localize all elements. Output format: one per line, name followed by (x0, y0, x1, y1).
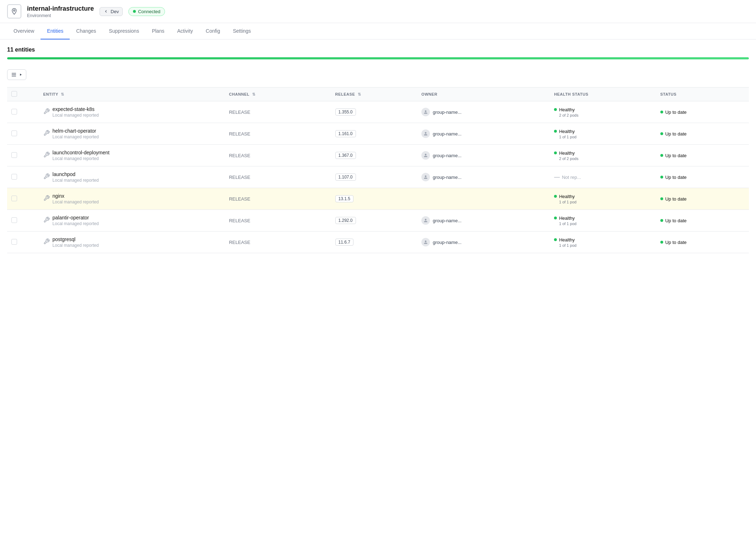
table-row[interactable]: launchpod Local managed reported RELEASE… (7, 166, 749, 188)
status-dot (660, 176, 663, 179)
row-checkbox-5[interactable] (11, 217, 17, 223)
entity-sub: Local managed reported (53, 134, 99, 139)
owner-avatar (421, 173, 430, 181)
status-cell: Up to date (656, 210, 749, 231)
tab-entities[interactable]: Entities (41, 23, 70, 39)
status-dot (660, 219, 663, 222)
progress-bar-fill (7, 57, 749, 59)
status-dot (660, 154, 663, 157)
row-checkbox-2[interactable] (11, 152, 17, 158)
health-cell: Healthy 2 of 2 pods (550, 101, 656, 123)
owner-name: group-name... (433, 175, 462, 180)
status-dot (660, 241, 663, 244)
entity-icon (43, 151, 50, 159)
owner-cell: group-name... (417, 123, 550, 145)
release-badge: 13.1.5 (335, 195, 353, 202)
entity-name[interactable]: postgresql (53, 236, 99, 242)
channel-cell: RELEASE (225, 145, 331, 166)
entity-sort-icon[interactable]: ⇅ (61, 92, 64, 96)
dev-icon (103, 9, 108, 14)
entity-name[interactable]: palantir-operator (53, 215, 99, 220)
health-cell: Healthy 1 of 1 pod (550, 123, 656, 145)
filter-button[interactable] (7, 69, 26, 80)
entity-name[interactable]: launchpod (53, 171, 99, 177)
dev-label: Dev (111, 9, 119, 14)
health-dot (554, 130, 557, 133)
row-checkbox-4[interactable] (11, 196, 17, 201)
entity-sub: Local managed reported (53, 199, 99, 204)
entity-name[interactable]: nginx (53, 193, 99, 199)
health-label: Healthy (554, 107, 652, 112)
tab-activity[interactable]: Activity (171, 23, 199, 39)
owner-avatar (421, 108, 430, 116)
status-cell: Up to date (656, 188, 749, 210)
health-sub: 2 of 2 pods (559, 156, 652, 161)
table-row[interactable]: expected-state-k8s Local managed reporte… (7, 101, 749, 123)
row-checkbox-3[interactable] (11, 174, 17, 180)
table-row[interactable]: postgresql Local managed reported RELEAS… (7, 231, 749, 253)
health-sub: 2 of 2 pods (559, 113, 652, 117)
status-label: Up to date (665, 240, 687, 245)
status-label: Up to date (665, 218, 687, 223)
env-icon (7, 4, 21, 18)
channel-cell: RELEASE (225, 166, 331, 188)
tab-changes[interactable]: Changes (70, 23, 102, 39)
owner-avatar (421, 151, 430, 160)
entity-name[interactable]: launchcontrol-deployment (53, 150, 110, 155)
filter-chevron-icon (19, 73, 22, 76)
row-checkbox-6[interactable] (11, 239, 17, 245)
release-sort-icon[interactable]: ⇅ (358, 92, 361, 96)
status-dot (660, 111, 663, 113)
env-subtitle: Environment (27, 13, 94, 18)
owner-name: group-name... (433, 110, 462, 115)
table-header-row: ENTITY ⇅ CHANNEL ⇅ RELEASE ⇅ OWNER HEALT… (7, 87, 749, 101)
health-sub: 1 of 1 pod (559, 243, 652, 247)
connected-dot (133, 10, 136, 13)
table-row[interactable]: palantir-operator Local managed reported… (7, 210, 749, 231)
table-row[interactable]: helm-chart-operator Local managed report… (7, 123, 749, 145)
entity-cell: launchpod Local managed reported (39, 166, 225, 188)
entity-cell: expected-state-k8s Local managed reporte… (39, 101, 225, 123)
col-owner-header: OWNER (417, 87, 550, 101)
entity-cell: launchcontrol-deployment Local managed r… (39, 145, 225, 166)
select-all-checkbox[interactable] (11, 91, 17, 97)
filter-icon (11, 72, 17, 78)
col-entity-header: ENTITY ⇅ (39, 87, 225, 101)
owner-name: group-name... (433, 240, 462, 245)
entity-icon (43, 238, 50, 246)
table-row[interactable]: nginx Local managed reported RELEASE13.1… (7, 188, 749, 210)
entity-name[interactable]: expected-state-k8s (53, 106, 99, 112)
release-cell: 1.107.0 (331, 166, 417, 188)
status-dot (660, 197, 663, 200)
tab-settings[interactable]: Settings (227, 23, 257, 39)
row-checkbox-1[interactable] (11, 131, 17, 136)
row-checkbox-0[interactable] (11, 109, 17, 115)
release-cell: 1.161.0 (331, 123, 417, 145)
tab-plans[interactable]: Plans (145, 23, 171, 39)
env-name: internal-infrastructure (27, 5, 94, 12)
owner-cell (417, 188, 550, 210)
tab-suppressions[interactable]: Suppressions (102, 23, 145, 39)
entity-table: ENTITY ⇅ CHANNEL ⇅ RELEASE ⇅ OWNER HEALT… (7, 87, 749, 253)
status-cell: Up to date (656, 123, 749, 145)
health-sub: 1 of 1 pod (559, 135, 652, 139)
filter-row (7, 66, 749, 83)
table-row[interactable]: launchcontrol-deployment Local managed r… (7, 145, 749, 166)
release-badge: 1.161.0 (335, 130, 356, 137)
owner-avatar (421, 238, 430, 246)
channel-sort-icon[interactable]: ⇅ (252, 92, 256, 96)
release-badge: 1.107.0 (335, 174, 356, 181)
entity-icon (43, 195, 50, 203)
status-label: Up to date (665, 131, 687, 137)
health-dot (554, 238, 557, 241)
entity-sub: Local managed reported (53, 113, 99, 118)
tab-overview[interactable]: Overview (7, 23, 41, 39)
col-checkbox (7, 87, 39, 101)
owner-avatar (421, 216, 430, 225)
entity-name[interactable]: helm-chart-operator (53, 128, 99, 134)
tab-config[interactable]: Config (199, 23, 227, 39)
release-cell: 13.1.5 (331, 188, 417, 210)
health-dot (554, 195, 557, 198)
owner-cell: group-name... (417, 210, 550, 231)
dev-badge[interactable]: Dev (100, 7, 123, 16)
